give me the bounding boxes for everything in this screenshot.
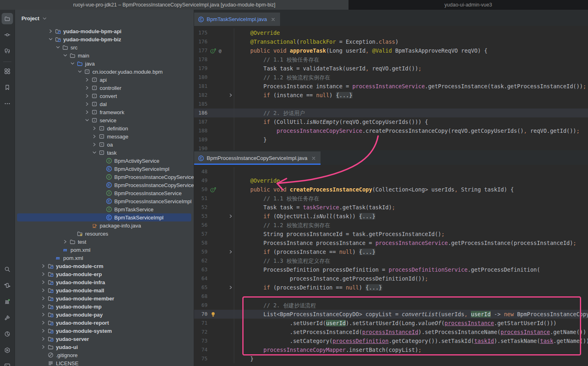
- tree-item-yudao-module-mp[interactable]: yudao-module-mp: [15, 302, 194, 311]
- chevron-right-icon[interactable]: [40, 311, 47, 318]
- gutter-icons: [207, 144, 228, 150]
- tool-button-build[interactable]: [2, 312, 13, 323]
- tree-item-src[interactable]: src: [15, 43, 194, 51]
- tree-item-yudao-module-bpm-api[interactable]: yudao-module-bpm-api: [15, 27, 194, 35]
- tree-item-task[interactable]: task: [15, 149, 194, 157]
- tree-item-yudao-module-member[interactable]: yudao-module-member: [15, 294, 194, 302]
- chevron-right-icon[interactable]: [83, 77, 91, 83]
- tree-item-license[interactable]: LICENSE: [15, 359, 194, 366]
- chevron-down-icon[interactable]: [54, 44, 62, 51]
- chevron-right-icon[interactable]: [62, 238, 69, 245]
- tree-item-bpmactivityserviceimpl[interactable]: CBpmActivityServiceImpl: [15, 165, 194, 173]
- tree-item-bpmprocessinstancecopyserviceimpl[interactable]: CBpmProcessInstanceCopyServiceImpl: [15, 181, 194, 189]
- tree-item-label: yudao-module-mall: [56, 287, 104, 294]
- tree-item-bpmprocessinstanceserviceimpl[interactable]: CBpmProcessInstanceServiceImpl: [15, 197, 194, 205]
- tree-item-bpmtaskservice[interactable]: IBpmTaskService: [15, 205, 194, 213]
- close-icon[interactable]: [270, 17, 276, 22]
- tree-item-yudao-module-erp[interactable]: yudao-module-erp: [15, 270, 194, 278]
- tool-button-more[interactable]: [2, 98, 13, 109]
- chevron-right-icon[interactable]: [83, 93, 91, 99]
- chevron-down-icon[interactable]: [69, 60, 76, 67]
- fold-chevron-icon[interactable]: [228, 212, 234, 221]
- tree-item-oa[interactable]: oa: [15, 140, 194, 149]
- tree-item-yudao-module-system[interactable]: yudao-module-system: [15, 327, 194, 335]
- tree-item-bpmactivityservice[interactable]: IBpmActivityService: [15, 157, 194, 165]
- tree-item-definition[interactable]: definition: [15, 124, 194, 132]
- tree-item-main[interactable]: main: [15, 51, 194, 60]
- project-panel-header[interactable]: Project: [15, 10, 194, 27]
- chevron-right-icon[interactable]: [91, 125, 98, 132]
- chevron-down-icon[interactable]: [47, 36, 54, 43]
- chevron-right-icon[interactable]: [83, 101, 91, 107]
- tree-item-package-info-java[interactable]: package-info.java: [15, 221, 194, 230]
- tree-item-yudao-module-crm[interactable]: yudao-module-crm: [15, 262, 194, 270]
- tool-button-debug[interactable]: [2, 296, 13, 307]
- tree-item-cn-iocoder-yudao-module-bpm[interactable]: cn.iocoder.yudao.module.bpm: [15, 68, 194, 76]
- tree-item-api[interactable]: api: [15, 76, 194, 84]
- fold-chevron-icon[interactable]: [228, 247, 234, 256]
- tool-button-search[interactable]: [2, 264, 13, 275]
- tree-item-yudao-server[interactable]: yudao-server: [15, 335, 194, 343]
- tree-item-resources[interactable]: resources: [15, 230, 194, 238]
- tree-item-bpmprocessinstanceservice[interactable]: IBpmProcessInstanceService: [15, 189, 194, 197]
- tree-item-pom-xml[interactable]: mpom.xml: [15, 254, 194, 262]
- tree-item-yudao-module-mall[interactable]: yudao-module-mall: [15, 286, 194, 294]
- tool-button-commit[interactable]: [2, 29, 13, 40]
- tree-item-service[interactable]: service: [15, 116, 194, 124]
- tool-button-profiler[interactable]: [2, 328, 13, 340]
- chevron-right-icon[interactable]: [91, 141, 98, 148]
- chevron-right-icon[interactable]: [40, 295, 47, 302]
- chevron-right-icon[interactable]: [40, 287, 47, 294]
- chevron-right-icon[interactable]: [40, 263, 47, 269]
- tree-item-yudao-module-report[interactable]: yudao-module-report: [15, 319, 194, 327]
- code-editor-top[interactable]: 175 @Override176 @Transactional(rollback…: [194, 26, 588, 150]
- tree-item-pom-xml[interactable]: mpom.xml: [15, 246, 194, 254]
- fold-chevron-icon[interactable]: [228, 283, 234, 292]
- chevron-right-icon[interactable]: [40, 303, 47, 310]
- code-editor-bottom[interactable]: 4849 @Override50I public void createProc…: [194, 165, 588, 366]
- tool-button-pull-requests[interactable]: ?: [2, 45, 13, 57]
- chevron-down-icon[interactable]: [83, 117, 91, 123]
- chevron-right-icon[interactable]: [40, 319, 47, 326]
- chevron-down-icon[interactable]: [76, 68, 83, 75]
- tool-button-services[interactable]: [2, 345, 13, 356]
- overridden-method-icon[interactable]: I: [210, 186, 216, 193]
- tree-item-bpmtaskserviceimpl[interactable]: CBpmTaskServiceImpl: [15, 213, 194, 221]
- close-icon[interactable]: [311, 155, 316, 161]
- overridden-method-icon[interactable]: I: [210, 47, 216, 54]
- tree-item-message[interactable]: message: [15, 132, 194, 140]
- tree-item-yudao-module-infra[interactable]: yudao-module-infra: [15, 278, 194, 286]
- chevron-down-icon[interactable]: [62, 52, 69, 59]
- tree-item-yudao-module-bpm-biz[interactable]: yudao-module-bpm-biz: [15, 35, 194, 43]
- tool-button-bookmarks[interactable]: [2, 82, 13, 93]
- tree-item-java[interactable]: java: [15, 60, 194, 68]
- tree-item-yudao-ui[interactable]: yudao-ui: [15, 343, 194, 351]
- chevron-right-icon[interactable]: [83, 85, 91, 91]
- tree-item-bpmprocessinstancecopyservice[interactable]: IBpmProcessInstanceCopyService: [15, 173, 194, 181]
- chevron-right-icon[interactable]: [83, 109, 91, 115]
- chevron-right-icon[interactable]: [40, 344, 47, 350]
- editor-tab-bpmprocessinstancecopyserviceimpl[interactable]: C BpmProcessInstanceCopyServiceImpl.java: [194, 151, 321, 165]
- tree-item-test[interactable]: test: [15, 238, 194, 246]
- chevron-right-icon[interactable]: [40, 279, 47, 285]
- tool-button-structure[interactable]: [2, 66, 13, 77]
- chevron-right-icon[interactable]: [40, 328, 47, 334]
- tool-button-terminal[interactable]: [2, 361, 13, 366]
- chevron-right-icon[interactable]: [40, 271, 47, 277]
- fold-chevron-icon[interactable]: [228, 91, 234, 100]
- intention-bulb-icon[interactable]: [210, 311, 216, 317]
- tree-item-controller[interactable]: controller: [15, 84, 194, 92]
- tree-item-dal[interactable]: dal: [15, 100, 194, 108]
- chevron-down-icon[interactable]: [91, 149, 98, 156]
- chevron-right-icon[interactable]: [40, 336, 47, 342]
- tree-item--gitignore[interactable]: .gitignore: [15, 351, 194, 359]
- chevron-right-icon[interactable]: [47, 28, 54, 34]
- tool-button-project[interactable]: [2, 13, 13, 24]
- tree-item-convert[interactable]: convert: [15, 92, 194, 100]
- editor-tab-bpmtaskserviceimpl[interactable]: C BpmTaskServiceImpl.java: [194, 13, 280, 26]
- class-icon: C: [105, 182, 113, 188]
- tree-item-yudao-module-pay[interactable]: yudao-module-pay: [15, 311, 194, 319]
- tree-item-framework[interactable]: framework: [15, 108, 194, 116]
- chevron-right-icon[interactable]: [91, 133, 98, 140]
- tool-button-run[interactable]: [2, 280, 13, 291]
